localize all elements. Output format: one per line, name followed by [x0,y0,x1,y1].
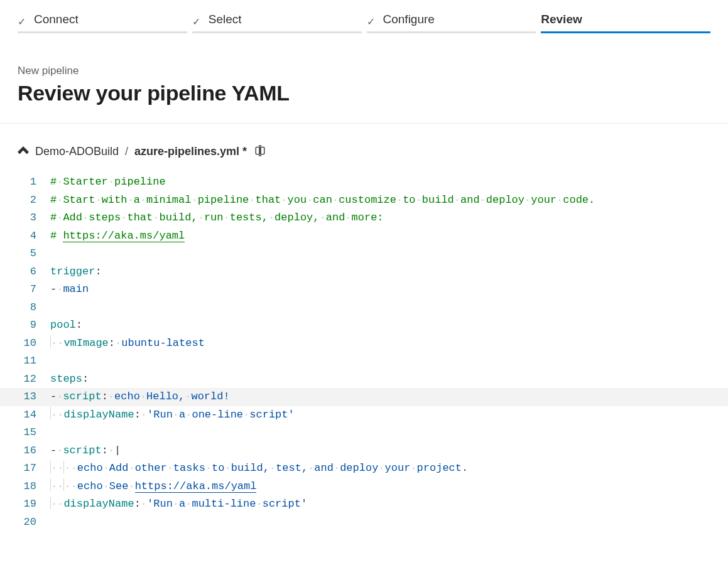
line-number: 9 [0,316,50,335]
editor-line[interactable]: 18····echo·See·https://aka.ms/yaml [0,478,728,496]
editor-line[interactable]: 14··displayName:·'Run·a·one-line·script' [0,406,728,424]
line-number: 15 [0,424,50,442]
line-content[interactable]: -·script:·echo·Hello,·world! [50,388,728,406]
editor-line[interactable]: 20 [0,514,728,532]
line-content[interactable]: # https://aka.ms/yaml [50,227,728,245]
line-content[interactable] [50,352,728,370]
check-icon [367,14,377,24]
line-number: 6 [0,263,50,281]
editor-line[interactable]: 17····echo·Add·other·tasks·to·build,·tes… [0,460,728,478]
line-content[interactable]: #·Start·with·a·minimal·pipeline·that·you… [50,191,728,210]
editor-line[interactable]: 11 [0,352,728,370]
editor-line[interactable]: 19··displayName:·'Run·a·multi-line·scrip… [0,495,728,514]
line-number: 7 [0,281,50,299]
line-number: 11 [0,352,50,370]
step-label: Configure [383,13,435,26]
line-number: 10 [0,335,50,353]
svg-rect-0 [256,147,259,154]
line-content[interactable]: ··displayName:·'Run·a·multi-line·script' [50,495,728,514]
editor-line[interactable]: 16-·script:·| [0,442,728,460]
yaml-editor[interactable]: 1#·Starter·pipeline2#·Start·with·a·minim… [0,170,728,556]
editor-line[interactable]: 2#·Start·with·a·minimal·pipeline·that·yo… [0,191,728,210]
step-progress-bar [541,31,710,33]
repo-icon [18,146,29,158]
line-number: 20 [0,514,50,532]
check-icon [192,14,202,24]
rename-button[interactable] [253,144,267,159]
file-name: azure-pipelines.yml * [134,145,247,158]
step-progress-bar [18,31,187,33]
page-header: New pipeline Review your pipeline YAML [0,33,728,124]
editor-line[interactable]: 9pool: [0,316,728,335]
editor-line[interactable]: 1#·Starter·pipeline [0,173,728,191]
line-number: 18 [0,478,50,496]
editor-line[interactable]: 3#·Add·steps·that·build,·run·tests,·depl… [0,209,728,227]
line-content[interactable]: -·script:·| [50,442,728,460]
svg-rect-1 [261,147,264,154]
wizard-stepper: Connect Select Configure Review [0,0,728,33]
editor-line[interactable]: 8 [0,299,728,317]
line-content[interactable]: ····echo·Add·other·tasks·to·build,·test,… [50,460,728,478]
line-number: 13 [0,388,50,406]
line-number: 19 [0,495,50,514]
editor-line[interactable]: 5 [0,245,728,263]
step-progress-bar [367,31,536,33]
line-number: 14 [0,406,50,424]
line-content[interactable]: steps: [50,370,728,389]
repo-name: Demo-ADOBuild [35,145,119,158]
line-number: 2 [0,191,50,210]
line-number: 1 [0,173,50,191]
line-content[interactable] [50,424,728,442]
line-number: 12 [0,370,50,389]
editor-line[interactable]: 12steps: [0,370,728,389]
editor-line[interactable]: 6trigger: [0,263,728,281]
line-number: 4 [0,227,50,245]
path-separator: / [125,145,128,158]
editor-line[interactable]: 4# https://aka.ms/yaml [0,227,728,245]
step-review[interactable]: Review [541,13,710,33]
step-label: Connect [34,13,79,26]
step-progress-bar [192,31,362,33]
step-label: Review [541,13,582,26]
line-content[interactable] [50,514,728,532]
rename-icon [254,145,266,156]
line-content[interactable] [50,245,728,263]
line-number: 3 [0,209,50,227]
line-content[interactable]: pool: [50,316,728,335]
line-content[interactable]: ··displayName:·'Run·a·one-line·script' [50,406,728,424]
line-content[interactable]: trigger: [50,263,728,281]
page-title: Review your pipeline YAML [18,81,710,105]
editor-line[interactable]: 15 [0,424,728,442]
check-icon [18,14,28,24]
line-content[interactable]: #·Starter·pipeline [50,173,728,191]
line-content[interactable]: #·Add·steps·that·build,·run·tests,·deplo… [50,209,728,227]
line-content[interactable]: ··vmImage:·ubuntu-latest [50,335,728,353]
line-content[interactable]: ····echo·See·https://aka.ms/yaml [50,478,728,496]
line-number: 8 [0,299,50,317]
step-configure[interactable]: Configure [367,13,536,33]
editor-line[interactable]: 10··vmImage:·ubuntu-latest [0,335,728,353]
step-connect[interactable]: Connect [18,13,187,33]
step-select[interactable]: Select [192,13,362,33]
line-content[interactable] [50,299,728,317]
editor-line[interactable]: 13-·script:·echo·Hello,·world! [0,388,728,406]
line-number: 16 [0,442,50,460]
breadcrumb: New pipeline [18,65,710,77]
line-number: 5 [0,245,50,263]
editor-line[interactable]: 7-·main [0,281,728,299]
line-number: 17 [0,460,50,478]
file-path-bar: Demo-ADOBuild / azure-pipelines.yml * [0,124,728,170]
step-label: Select [209,13,242,26]
line-content[interactable]: -·main [50,281,728,299]
